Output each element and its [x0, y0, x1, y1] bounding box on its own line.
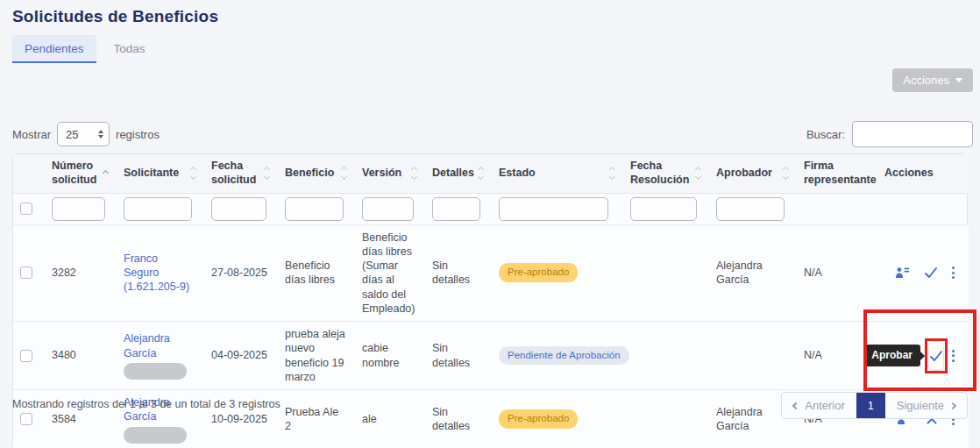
search-control: Buscar: — [806, 121, 973, 147]
page-length-control: Mostrar 25 registros — [12, 122, 160, 146]
sort-asc-icon — [103, 171, 108, 175]
table-row: 3480 Alejandra García 04-09-2025 prueba … — [13, 322, 969, 390]
table-row: 3282 Franco Seguro (1.621.205-9) 27-08-2… — [13, 224, 969, 322]
column-fecha-resolucion[interactable]: Fecha Resolución — [623, 154, 709, 193]
page-number-button[interactable]: 1 — [856, 393, 885, 418]
column-estado[interactable]: Estado — [492, 154, 623, 193]
aprobar-tooltip: Aprobar — [863, 345, 920, 367]
row-checkbox[interactable] — [20, 413, 32, 425]
previous-page-button[interactable]: Anterior — [782, 393, 856, 418]
sort-icon — [479, 167, 483, 179]
cell-aprobador: Alejandra García — [709, 224, 797, 322]
table-header-row: Número solicitud Solicitante Fecha solic… — [13, 154, 969, 193]
chevron-right-icon — [949, 402, 956, 409]
column-firma-representante: Firma representante — [797, 154, 877, 193]
cell-version: Beneficio días libres (Sumar días al sal… — [355, 224, 425, 322]
pagination: Anterior 1 Siguiente — [781, 392, 968, 419]
approve-check-icon — [929, 350, 943, 362]
solicitante-link[interactable]: Alejandra García — [124, 332, 170, 359]
approve-check-button[interactable] — [928, 342, 944, 370]
status-badge: Pendiente de Aprobación — [499, 346, 629, 366]
filter-fecha-resolucion-input[interactable] — [630, 197, 697, 221]
table-controls: Mostrar 25 registros Buscar: — [12, 121, 973, 147]
column-solicitante[interactable]: Solicitante — [117, 154, 204, 193]
cell-beneficio: Beneficio días libres — [278, 224, 355, 322]
table-filter-row — [13, 193, 969, 224]
column-numero-solicitud[interactable]: Número solicitud — [45, 154, 117, 193]
records-info: Mostrando registros del 1 al 3 de un tot… — [12, 398, 281, 410]
cell-detalles: Sin detalles — [425, 224, 492, 322]
next-page-label: Siguiente — [897, 399, 944, 412]
acciones-button-label: Acciones — [903, 74, 949, 87]
row-checkbox[interactable] — [20, 350, 32, 362]
search-input[interactable] — [852, 121, 973, 147]
cell-firma-representante: N/A — [797, 224, 877, 322]
cell-detalles: Sin detalles — [425, 322, 492, 390]
tab-pendientes[interactable]: Pendientes — [12, 35, 96, 63]
sort-icon — [610, 167, 614, 179]
header-checkbox-column — [13, 154, 45, 193]
status-badge: Pre-aprobado — [499, 409, 578, 429]
cell-numero: 3480 — [45, 322, 117, 390]
cell-numero: 3282 — [45, 224, 117, 322]
filter-version-input[interactable] — [362, 197, 414, 221]
sort-icon — [412, 167, 416, 179]
filter-beneficio-input[interactable] — [285, 197, 344, 221]
acciones-button[interactable]: Acciones — [892, 68, 973, 92]
cell-fecha-solicitud: 04-09-2025 — [204, 322, 278, 390]
cell-detalles: Sin detalles — [425, 390, 492, 448]
page-length-select[interactable]: 25 — [57, 122, 110, 146]
column-detalles[interactable]: Detalles — [425, 154, 492, 193]
filter-aprobador-input[interactable] — [716, 197, 785, 221]
column-beneficio[interactable]: Beneficio — [278, 154, 355, 193]
column-version[interactable]: Versión — [355, 154, 425, 193]
page-length-suffix: registros — [116, 128, 160, 141]
search-label: Buscar: — [806, 128, 845, 141]
approve-check-icon[interactable] — [924, 267, 938, 279]
redacted-id-blob — [124, 427, 187, 444]
next-page-button[interactable]: Siguiente — [885, 393, 967, 418]
filter-numero-solicitud-input[interactable] — [52, 197, 105, 221]
user-list-icon[interactable] — [895, 267, 910, 279]
status-badge: Pre-aprobado — [499, 263, 578, 282]
cell-fecha-resolucion — [623, 224, 709, 322]
cell-beneficio: prueba aleja nuevo beneficio 19 marzo — [278, 322, 355, 390]
solicitudes-page: Solicitudes de Beneficios Pendientes Tod… — [0, 0, 980, 448]
row-checkbox[interactable] — [20, 267, 32, 279]
filter-solicitante-input[interactable] — [124, 197, 192, 221]
cell-fecha-solicitud: 27-08-2025 — [204, 224, 278, 322]
cell-aprobador — [709, 322, 797, 390]
filter-fecha-solicitud-input[interactable] — [211, 197, 266, 221]
more-actions-icon[interactable] — [952, 350, 955, 362]
sort-icon — [696, 167, 700, 179]
cell-beneficio: Prueba Ale 2 — [278, 390, 355, 448]
cell-fecha-resolucion — [623, 322, 709, 390]
tab-todas[interactable]: Todas — [102, 35, 158, 63]
sort-icon — [784, 167, 788, 179]
select-all-checkbox[interactable] — [20, 203, 32, 215]
column-fecha-solicitud[interactable]: Fecha solicitud — [204, 154, 278, 193]
sort-icon — [191, 167, 195, 179]
chevron-down-icon — [955, 78, 962, 82]
tab-bar: Pendientes Todas — [12, 35, 158, 63]
solicitante-link[interactable]: Franco Seguro (1.621.205-9) — [124, 252, 189, 294]
filter-estado-input[interactable] — [499, 197, 608, 221]
previous-page-label: Anterior — [805, 399, 845, 412]
page-title: Solicitudes de Beneficios — [12, 7, 218, 26]
cell-version: ale — [355, 390, 425, 448]
column-aprobador[interactable]: Aprobador — [709, 154, 797, 193]
page-length-prefix: Mostrar — [12, 128, 51, 141]
sort-icon — [342, 167, 346, 179]
column-acciones: Acciones — [877, 154, 969, 193]
sort-icon — [265, 167, 269, 179]
filter-detalles-input[interactable] — [432, 197, 480, 221]
redacted-id-blob — [124, 363, 187, 380]
cell-version: cabie nombre — [355, 322, 425, 390]
chevron-left-icon — [792, 402, 799, 409]
cell-fecha-resolucion — [623, 390, 709, 448]
more-actions-icon[interactable] — [952, 267, 955, 279]
